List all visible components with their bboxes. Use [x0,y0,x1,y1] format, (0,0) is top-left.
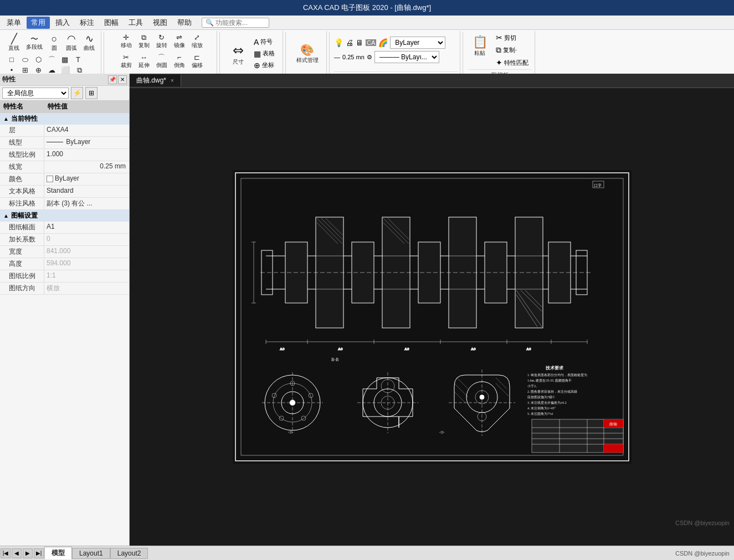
menu-gongju[interactable]: 工具 [124,17,147,29]
menu-biaozhu[interactable]: 标注 [75,17,99,29]
panel-scope-select[interactable]: 全局信息 [2,88,69,99]
prop-value-papersize[interactable]: A1 [44,222,129,233]
prop-value-ltscale[interactable]: 1.000 [44,149,129,161]
tab-layout2[interactable]: Layout2 [110,548,148,559]
tool-ellipse[interactable]: ⬭ [19,55,31,64]
svg-line-90 [454,392,465,403]
search-input[interactable] [215,19,265,27]
prop-value-color[interactable]: ByLayer [44,173,129,185]
doc-tab-label: 曲轴.dwg* [136,76,166,85]
tool-mirror[interactable]: ⇌镜像 [171,32,188,51]
tool-line[interactable]: ╱ 直线 [6,32,22,54]
tool-table-annotation[interactable]: ▦表格 [251,48,278,59]
tool-fillet[interactable]: ⌒倒圆 [153,52,170,71]
svg-text:应按图设施为7级©: 应按图设施为7级© [527,395,555,399]
curve-icon: ∿ [85,34,94,44]
tool-chamfer[interactable]: ⌐倒角 [171,52,188,71]
prop-value-longfactor: 0 [44,234,129,245]
tool-scale[interactable]: ⤢缩放 [189,32,206,51]
bottom-tabs-bar: |◀ ◀ ▶ ▶| 模型 Layout1 Layout2 CSDN @biyez… [0,546,734,560]
doc-tab-close[interactable]: × [171,78,174,84]
doc-tab-quzhu[interactable]: 曲轴.dwg* × [130,75,181,86]
bylayer-combo[interactable]: ByLayer [390,37,445,49]
tool-symbol[interactable]: A符号 [251,37,278,48]
cut-button[interactable]: ✂剪切 [493,32,531,43]
watermark: CSDN @biyezuopin [675,520,730,526]
nav-first-button[interactable]: |◀ [1,548,11,558]
prop-name-papersize: 图纸幅面 [0,222,44,233]
menu-bangzhu[interactable]: 帮助 [173,17,196,29]
menu-tufufu[interactable]: 图幅 [100,17,123,29]
panel-title: 特性 [2,75,16,84]
menu-charu[interactable]: 插入 [51,17,74,29]
coord-icon: ⊕ [254,61,260,70]
svg-text:◁▷: ◁▷ [439,430,445,434]
expand-icon2: ▲ [3,213,9,219]
tool-hatch[interactable]: ▩ [59,55,71,64]
section-current-props[interactable]: ▲ 当前特性 [0,113,129,125]
tool-polygon[interactable]: ⬡ [32,55,44,64]
svg-rect-1 [241,178,623,455]
tool-copy-obj[interactable]: ⧉复制 [136,32,152,51]
nav-last-button[interactable]: ▶| [34,548,44,558]
panel-close-button[interactable]: ✕ [118,75,127,84]
prop-row-longfactor: 加长系数 0 [0,234,129,246]
panel-refresh-button[interactable]: ⚡ [71,87,83,99]
prop-value-textstyle[interactable]: Standard [44,186,129,197]
prop-name-dimstyle: 标注风格 [0,198,44,209]
nav-prev-button[interactable]: ◀ [12,548,22,558]
prop-value-linewidth[interactable]: 0.25 mm [44,161,129,173]
extend-icon: ↔ [140,54,147,61]
tool-text[interactable]: T [72,55,84,64]
search-box[interactable]: 🔍 [202,18,269,28]
move-icon: ✛ [123,34,129,41]
tab-model[interactable]: 模型 [44,547,72,559]
svg-text:B-B: B-B [331,357,338,362]
tool-trim[interactable]: ✂裁剪 [118,52,135,71]
center-icon: ⊕ [35,66,42,74]
canvas-area[interactable]: 曲轴 口字 [130,88,734,546]
prop-row-linewidth: 线宽 0.25 mm [0,161,129,173]
prop-row-orient: 图纸方向 横放 [0,282,129,295]
menu-changyong[interactable]: 常用 [27,17,50,29]
tool-rotate[interactable]: ↻旋转 [153,32,170,51]
paste-button[interactable]: 📋 粘贴 [469,32,491,60]
hatch-icon: ▩ [61,56,68,63]
prop-value-layer[interactable]: CAXA4 [44,125,129,136]
svg-rect-0 [235,173,629,461]
panel-filter-button[interactable]: ⊞ [85,87,97,99]
section-page-setup[interactable]: ▲ 图幅设置 [0,210,129,222]
svg-text:◁▷: ◁▷ [288,430,294,434]
copy-button[interactable]: ⧉复制· [493,44,531,56]
tool-coord[interactable]: ⊕坐标 [251,60,278,71]
prop-value-height: 594.000 [44,258,129,270]
main-area: 曲轴.dwg* × 曲轴 口字 [130,74,734,546]
prop-row-color: 颜色 ByLayer [0,173,129,186]
tool-circle[interactable]: ○ 圆 [47,32,62,54]
tool-polyline[interactable]: 〜 多段线 [23,32,45,54]
properties-panel: 特性 📌 ✕ 全局信息 ⚡ ⊞ 特性名 特性值 ▲ 当前特性 层 CAXA4 线… [0,74,130,546]
dimension-icon: ⇔ [233,43,244,58]
tool-rect[interactable]: □ [6,55,18,64]
prop-value-dimstyle[interactable]: 副本 (3) 有公 ... [44,198,129,209]
tool-move[interactable]: ✛移动 [118,32,135,51]
tool-offset[interactable]: ⊏偏移 [189,52,206,71]
menu-shitu[interactable]: 视图 [148,17,172,29]
col-name-header: 特性名 [0,101,44,112]
linetype-combo[interactable]: ——— ByLayı... [374,51,439,63]
nav-next-button[interactable]: ▶ [23,548,33,558]
tool-style-mgr[interactable]: 🎨 样式管理 [294,40,321,68]
panel-pin-button[interactable]: 📌 [108,75,117,84]
tab-layout1[interactable]: Layout1 [72,548,110,559]
tool-extend[interactable]: ↔延伸 [136,52,152,71]
tool-curve[interactable]: ∿ 曲线 [81,32,97,54]
prop-value-linetype[interactable]: ByLayer [44,137,129,148]
svg-point-81 [381,379,394,393]
match-props-button[interactable]: ✦特性匹配 [493,57,531,68]
svg-point-73 [272,393,276,398]
arc-icon: ◠ [67,34,76,44]
tool-dimension[interactable]: ⇔ 尺寸 [227,38,249,71]
tool-arc[interactable]: ◠ 圆弧 [63,32,80,54]
menu-caidan[interactable]: 菜单 [2,17,25,29]
tool-spline[interactable]: ⌒ [45,55,58,64]
